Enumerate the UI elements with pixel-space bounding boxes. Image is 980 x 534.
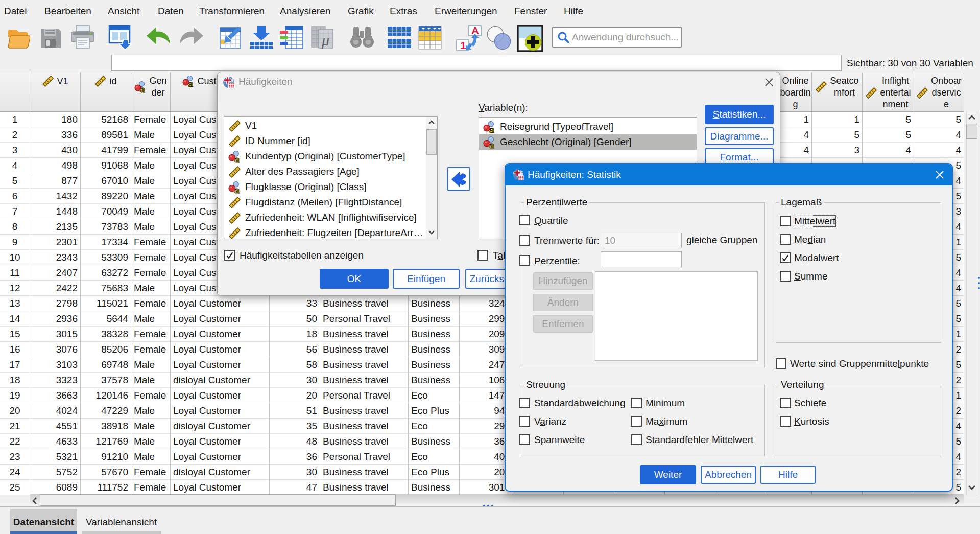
svg-text:μ: μ <box>321 32 329 49</box>
svg-text:1: 1 <box>460 39 466 51</box>
